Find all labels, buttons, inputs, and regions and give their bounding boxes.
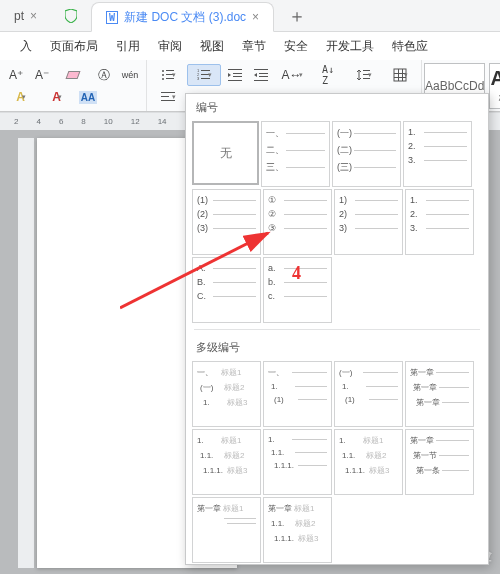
tab-ipt[interactable]: pt × [0, 1, 51, 31]
vertical-ruler [18, 138, 34, 568]
pinyin-button[interactable]: wén [118, 64, 142, 86]
close-icon[interactable]: × [30, 9, 37, 23]
sort-button[interactable]: A↓Z [311, 64, 345, 86]
separator [194, 329, 480, 330]
multi-numbering-option[interactable]: (一)1.(1) [334, 361, 403, 427]
svg-rect-29 [402, 69, 403, 81]
style-heading[interactable]: Aa标 [489, 63, 500, 109]
inc-indent-button[interactable] [249, 64, 273, 86]
multi-numbering-option[interactable]: 第一章标题1 [192, 497, 261, 563]
word-icon: W [106, 11, 118, 24]
tab-bar: pt × W 新建 DOC 文档 (3).doc × ＋ [0, 0, 500, 32]
menu-bar: 入 页面布局 引用 审阅 视图 章节 安全 开发工具 特色应 [0, 32, 500, 60]
svg-rect-28 [398, 69, 399, 81]
multi-numbering-option[interactable]: 第一章第一章第一章 [405, 361, 474, 427]
menu-item[interactable]: 引用 [108, 34, 148, 59]
tab-label: pt [14, 9, 24, 23]
menu-item[interactable]: 入 [12, 34, 40, 59]
numbering-option[interactable]: (1)(2)(3) [192, 189, 261, 255]
bullets-button[interactable]: ▾ [151, 64, 185, 86]
eraser-button[interactable]: ▾ [56, 64, 90, 86]
numbering-option[interactable]: (一)(二)(三) [332, 121, 401, 187]
new-tab-button[interactable]: ＋ [274, 1, 320, 31]
clear-format-button[interactable]: Ⓐ [92, 64, 116, 86]
menu-item[interactable]: 视图 [192, 34, 232, 59]
svg-rect-14 [233, 73, 242, 74]
numbering-option[interactable]: ①②③ [263, 189, 332, 255]
align-left-button[interactable]: ▾ [151, 86, 185, 108]
numbering-option[interactable]: 1.2.3. [403, 121, 472, 187]
svg-rect-15 [233, 76, 242, 77]
grow-font-button[interactable]: A⁺ [4, 64, 28, 86]
numbering-option[interactable]: 1.2.3. [405, 189, 474, 255]
multi-numbering-option[interactable]: 1.标题11.1.标题21.1.1.标题3 [334, 429, 403, 495]
numbering-option[interactable]: 一、二、三、 [261, 121, 330, 187]
shrink-font-button[interactable]: A⁻ [30, 64, 54, 86]
multi-numbering-option[interactable]: 第一章标题11.1.标题21.1.1.标题3 [263, 497, 332, 563]
menu-item[interactable]: 开发工具 [318, 34, 382, 59]
numbering-option[interactable]: A.B.C. [192, 257, 261, 323]
dec-indent-button[interactable] [223, 64, 247, 86]
char-style-button[interactable]: AA [76, 86, 100, 108]
menu-item[interactable]: 章节 [234, 34, 274, 59]
svg-text:3: 3 [197, 76, 200, 81]
svg-rect-21 [254, 80, 268, 81]
panel-title-multi: 多级编号 [186, 334, 488, 359]
multi-numbering-option[interactable]: 1.1.1.1.1.1. [263, 429, 332, 495]
char-scale-button[interactable]: A↔▾ [275, 64, 309, 86]
font-group: A⁺ A⁻ ▾ Ⓐ wén A▾ A▾ AA [0, 60, 147, 111]
svg-rect-19 [259, 73, 268, 74]
table-button[interactable]: ▾ [383, 64, 417, 86]
svg-point-2 [162, 74, 164, 76]
multi-numbering-option[interactable]: 第一章第一节第一条 [405, 429, 474, 495]
simple-numbering-grid: 无 一、二、三、(一)(二)(三)1.2.3.(1)(2)(3)①②③1)2)3… [186, 119, 488, 325]
svg-marker-18 [254, 73, 257, 77]
menu-item[interactable]: 安全 [276, 34, 316, 59]
line-spacing-button[interactable]: ▾ [347, 64, 381, 86]
menu-item[interactable]: 页面布局 [42, 34, 106, 59]
svg-rect-31 [161, 96, 169, 97]
multi-numbering-option[interactable]: 一、1.(1) [263, 361, 332, 427]
svg-rect-16 [228, 80, 242, 81]
panel-title-numbering: 编号 [186, 94, 488, 119]
tab-doc[interactable]: W 新建 DOC 文档 (3).doc × [91, 2, 274, 32]
multi-numbering-grid: 一、标题1(一)标题21.标题3一、1.(1)(一)1.(1)第一章第一章第一章… [186, 359, 488, 565]
svg-marker-13 [228, 73, 231, 77]
menu-item[interactable]: 特色应 [384, 34, 436, 59]
tab-shield[interactable] [51, 1, 91, 31]
numbering-button[interactable]: 123▾ [187, 64, 221, 86]
svg-rect-17 [254, 69, 268, 70]
multi-numbering-option[interactable]: 一、标题1(一)标题21.标题3 [192, 361, 261, 427]
highlight-button[interactable]: A▾ [4, 86, 38, 108]
close-icon[interactable]: × [252, 10, 259, 24]
shield-icon [65, 9, 77, 23]
svg-point-4 [162, 78, 164, 80]
tab-label: 新建 DOC 文档 (3).doc [124, 9, 246, 26]
svg-rect-12 [228, 69, 242, 70]
annotation-number: 4 [292, 263, 301, 284]
numbering-none[interactable]: 无 [192, 121, 259, 185]
numbering-panel: 编号 无 一、二、三、(一)(二)(三)1.2.3.(1)(2)(3)①②③1)… [185, 93, 489, 565]
numbering-option[interactable]: 1)2)3) [334, 189, 403, 255]
multi-numbering-option[interactable]: 1.标题11.1.标题21.1.1.标题3 [192, 429, 261, 495]
svg-point-0 [162, 70, 164, 72]
svg-rect-20 [259, 76, 268, 77]
menu-item[interactable]: 审阅 [150, 34, 190, 59]
font-color-button[interactable]: A▾ [40, 86, 74, 108]
